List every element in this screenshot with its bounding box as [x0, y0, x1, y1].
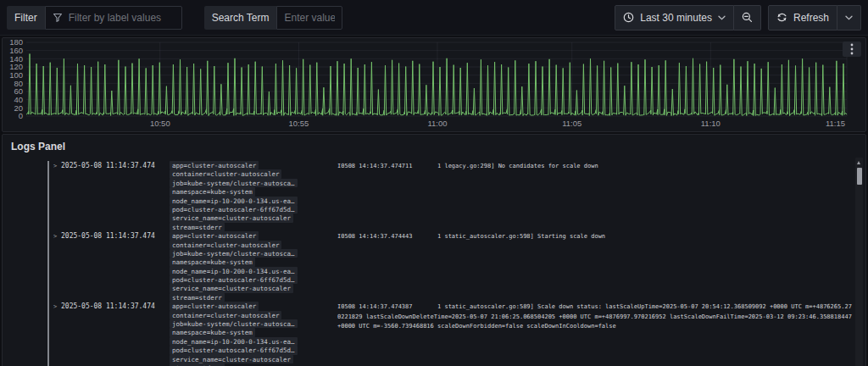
log-label-chip: pod=cluster-autoscaler-6ff67d5d… [170, 205, 298, 214]
x-axis-tick-label: 11:15 [826, 119, 845, 128]
log-timestamp: 2025-05-08 11:14:37.474 [61, 231, 170, 240]
zoom-out-icon [742, 12, 753, 23]
refresh-button[interactable]: Refresh [768, 5, 837, 30]
x-axis-tick-label: 10:55 [288, 119, 309, 128]
log-message: I0508 14:14:37.474711 1 legacy.go:298] N… [337, 161, 852, 172]
log-row[interactable]: > 2025-05-08 11:14:37.474 app=cluster-au… [47, 161, 852, 231]
log-labels: app=cluster-autoscalercontainer=cluster-… [170, 302, 337, 366]
log-row[interactable]: > 2025-05-08 11:14:37.474 app=cluster-au… [47, 231, 852, 302]
chevron-down-icon [718, 15, 726, 20]
log-label-chip: pod=cluster-autoscaler-6ff67d5d… [170, 346, 298, 354]
time-controls: Last 30 minutes [615, 5, 761, 30]
search-term-input-wrap [276, 6, 342, 30]
y-axis-tick-label: 80 [14, 79, 23, 88]
timeseries-chart: 02040608010012014016018010:5010:5511:001… [3, 38, 865, 131]
log-level-bar [47, 161, 49, 231]
x-axis-tick-label: 11:00 [427, 119, 447, 128]
log-expand-chevron-icon[interactable]: > [53, 231, 61, 240]
log-label-chip: job=kube-system/cluster-autosca… [170, 319, 298, 328]
log-label-chip: job=kube-system/cluster-autosca… [170, 249, 298, 258]
scroll-up-arrow-icon[interactable] [857, 161, 860, 164]
funnel-icon [53, 13, 63, 23]
panel-menu-button[interactable] [843, 42, 861, 57]
log-label-chip: pod=cluster-autoscaler-6ff67d5d… [170, 275, 298, 284]
search-term-input[interactable] [284, 12, 335, 24]
logs-scrollbar[interactable] [855, 158, 863, 366]
log-label-chip: service_name=cluster-autoscaler [170, 214, 293, 222]
log-label-chip: job=kube-system/cluster-autosca… [170, 179, 298, 187]
log-row[interactable]: > 2025-05-08 11:14:37.474 app=cluster-au… [47, 302, 852, 366]
x-axis-tick-label: 10:50 [150, 119, 170, 128]
y-axis-tick-label: 160 [9, 46, 23, 55]
label-filter-input-wrap [45, 6, 182, 30]
log-message: I0508 14:14:37.474443 1 static_autoscale… [337, 231, 852, 242]
filter-field-label: Filter [7, 6, 45, 30]
refresh-icon [776, 12, 787, 23]
log-label-chip: service_name=cluster-autoscaler [170, 284, 293, 292]
zoom-out-time-button[interactable] [734, 5, 761, 30]
scrollbar-thumb[interactable] [857, 168, 862, 185]
log-label-chip: stream=stderr [170, 293, 225, 302]
y-axis-tick-label: 20 [14, 103, 23, 113]
label-filter-field: Filter [7, 6, 182, 30]
time-range-picker-button[interactable]: Last 30 minutes [615, 5, 734, 30]
refresh-interval-dropdown-button[interactable] [837, 5, 861, 30]
search-term-field: Search Term [204, 6, 343, 30]
time-range-label: Last 30 minutes [640, 12, 712, 24]
logs-panel: Logs Panel > 2025-05-08 11:14:37.474 app… [2, 134, 866, 366]
y-axis-tick-label: 180 [9, 38, 23, 47]
log-level-bar [47, 302, 49, 366]
log-timestamp: 2025-05-08 11:14:37.474 [61, 302, 170, 310]
y-axis-tick-label: 60 [14, 86, 23, 96]
log-label-chip: node_name=ip-10-200-0-134.us-ea… [170, 267, 298, 275]
timeseries-panel: 02040608010012014016018010:5010:5511:001… [2, 37, 866, 132]
log-message: I0508 14:14:37.474387 1 static_autoscale… [337, 302, 852, 332]
log-label-chip: node_name=ip-10-200-0-134.us-ea… [170, 197, 298, 205]
chevron-down-icon [845, 15, 853, 20]
y-axis-tick-label: 120 [9, 62, 23, 71]
log-label-chip: service_name=cluster-autoscaler [170, 355, 293, 363]
search-term-label: Search Term [204, 6, 277, 30]
log-label-chip: node_name=ip-10-200-0-134.us-ea… [170, 337, 298, 346]
log-label-chip: container=cluster-autoscaler [170, 241, 281, 249]
log-label-chip: app=cluster-autoscaler [170, 161, 259, 169]
log-timestamp: 2025-05-08 11:14:37.474 [61, 161, 170, 169]
y-axis-tick-label: 100 [9, 70, 23, 80]
kebab-menu-icon [850, 43, 854, 55]
log-level-bar [47, 231, 49, 302]
log-label-chip: namespace=kube-system [170, 328, 255, 336]
log-label-chip: stream=stderr [170, 223, 225, 231]
refresh-label: Refresh [793, 12, 829, 24]
y-axis-tick-label: 140 [9, 54, 23, 64]
logs-list: > 2025-05-08 11:14:37.474 app=cluster-au… [3, 156, 865, 366]
dashboard-toolbar: Filter Search Term Last 30 minutes [0, 0, 868, 36]
x-axis-tick-label: 11:10 [701, 119, 721, 128]
log-label-chip: container=cluster-autoscaler [170, 311, 281, 319]
clock-icon [623, 12, 634, 23]
log-label-chip: namespace=kube-system [170, 187, 255, 196]
log-label-chip: app=cluster-autoscaler [170, 231, 259, 240]
log-label-chip: app=cluster-autoscaler [170, 302, 259, 310]
log-label-chip: namespace=kube-system [170, 258, 255, 266]
log-expand-chevron-icon[interactable]: > [53, 302, 61, 310]
y-axis-tick-label: 0 [19, 111, 23, 120]
log-expand-chevron-icon[interactable]: > [53, 161, 61, 169]
log-labels: app=cluster-autoscalercontainer=cluster-… [170, 161, 337, 231]
x-axis-tick-label: 11:05 [562, 119, 581, 128]
log-labels: app=cluster-autoscalercontainer=cluster-… [170, 231, 337, 302]
refresh-controls: Refresh [768, 5, 861, 30]
logs-panel-title: Logs Panel [3, 135, 865, 156]
log-label-chip: container=cluster-autoscaler [170, 169, 281, 178]
label-filter-input[interactable] [69, 12, 175, 24]
y-axis-tick-label: 40 [14, 95, 23, 104]
